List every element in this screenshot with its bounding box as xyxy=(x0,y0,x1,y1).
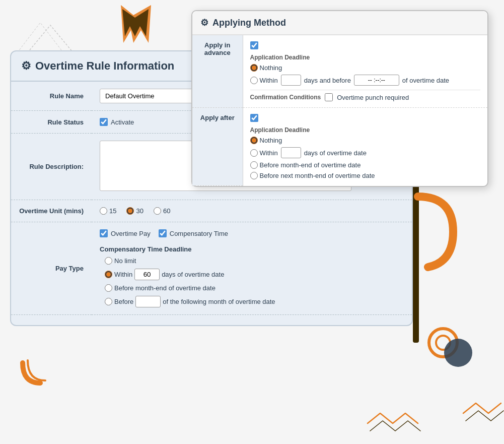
within-days-label[interactable]: Within days of overtime date xyxy=(105,269,404,280)
apply-after-label: Apply after xyxy=(192,108,243,186)
advance-within-row: Within days and before of overtime date xyxy=(250,75,481,86)
after-month-end-radio[interactable] xyxy=(250,161,258,169)
apply-advance-value: Application Deadline Nothing Within days… xyxy=(243,35,487,108)
popup-table: Apply inadvance Application Deadline Not… xyxy=(192,35,487,186)
rule-name-label: Rule Name xyxy=(11,82,92,111)
no-limit-text: No limit xyxy=(114,257,136,265)
comp-time-text: Compensatory Time xyxy=(170,230,228,237)
svg-point-7 xyxy=(444,339,472,367)
after-month-end-label[interactable]: Before month-end of overtime date xyxy=(250,161,481,169)
after-within-label[interactable]: Within xyxy=(250,149,278,157)
comp-deadline-section: Compensatory Time Deadline No limit With… xyxy=(100,245,404,307)
advance-within-suffix: of overtime date xyxy=(402,77,449,84)
after-nothing-radio[interactable] xyxy=(250,137,258,144)
within-text: Within xyxy=(114,271,132,278)
before-text: Before xyxy=(114,298,133,305)
advance-nothing-radio[interactable] xyxy=(250,64,258,72)
overtime-pay-checkbox[interactable] xyxy=(100,229,108,237)
overtime-unit-row: Overtime Unit (mins) 15 30 60 xyxy=(11,200,412,222)
advance-within-days[interactable] xyxy=(281,75,301,86)
overtime-pay-text: Overtime Pay xyxy=(111,230,151,237)
after-within-text: Within xyxy=(260,149,278,157)
unit-60-radio[interactable] xyxy=(154,207,161,215)
overtime-punch-label: Overtime punch required xyxy=(337,94,409,101)
svg-marker-2 xyxy=(121,5,151,43)
before-month-end-radio[interactable] xyxy=(105,284,112,292)
advance-deadline-title: Application Deadline xyxy=(250,54,481,61)
pay-type-label: Pay Type xyxy=(11,222,92,315)
comp-time-checkbox[interactable] xyxy=(159,229,167,237)
before-following-input[interactable] xyxy=(135,296,161,307)
rule-description-label: Rule Description: xyxy=(11,134,92,200)
overtime-unit-label: Overtime Unit (mins) xyxy=(11,200,92,222)
overtime-pay-label[interactable]: Overtime Pay xyxy=(100,229,151,237)
advance-nothing-text: Nothing xyxy=(260,64,282,72)
advance-deadline-options: Nothing Within days and before of overti… xyxy=(250,64,481,86)
unit-30-label[interactable]: 30 xyxy=(126,207,143,215)
after-within-suffix: days of overtime date xyxy=(304,149,367,157)
unit-15-text: 15 xyxy=(109,207,116,215)
after-within-row: Within days of overtime date xyxy=(250,147,481,158)
apply-advance-row: Apply inadvance Application Deadline Not… xyxy=(192,35,487,108)
after-within-days[interactable] xyxy=(281,147,301,158)
activate-checkbox[interactable] xyxy=(100,118,108,126)
before-following-label[interactable]: Before of the following month of overtim… xyxy=(105,296,404,307)
apply-after-value: Application Deadline Nothing Within days… xyxy=(243,108,487,186)
apply-advance-checkbox[interactable] xyxy=(250,41,258,49)
no-limit-radio[interactable] xyxy=(105,257,112,265)
apply-advance-label-text: Apply inadvance xyxy=(199,41,236,56)
after-nothing-text: Nothing xyxy=(260,137,282,144)
svg-point-6 xyxy=(436,336,450,350)
advance-within-radio[interactable] xyxy=(250,77,258,84)
apply-advance-label: Apply inadvance xyxy=(192,35,243,108)
within-days-radio[interactable] xyxy=(105,271,112,278)
confirmation-row: Confirmation Conditions Overtime punch r… xyxy=(250,90,481,101)
pay-type-section: Overtime Pay Compensatory Time Compensat… xyxy=(100,229,404,307)
popup-title-text: Applying Method xyxy=(212,18,286,28)
advance-nothing-label[interactable]: Nothing xyxy=(250,64,481,72)
unit-15-radio[interactable] xyxy=(100,207,107,215)
before-month-end-text: Before month-end of overtime date xyxy=(114,284,215,292)
pay-type-value: Overtime Pay Compensatory Time Compensat… xyxy=(92,222,412,315)
after-deadline-title: Application Deadline xyxy=(250,126,481,134)
after-next-month-radio[interactable] xyxy=(250,172,258,179)
panel-gear-icon: ⚙ xyxy=(21,59,31,73)
before-month-end-label[interactable]: Before month-end of overtime date xyxy=(105,284,404,292)
svg-point-5 xyxy=(429,329,457,357)
popup-title: ⚙ Applying Method xyxy=(192,11,487,35)
unit-15-label[interactable]: 15 xyxy=(100,207,116,215)
within-days-input[interactable] xyxy=(134,269,160,280)
activate-label: Activate xyxy=(111,118,134,126)
after-nothing-label[interactable]: Nothing xyxy=(250,137,481,144)
comp-time-label[interactable]: Compensatory Time xyxy=(159,229,228,237)
panel-title-text: Overtime Rule Information xyxy=(35,59,174,73)
within-suffix: days of overtime date xyxy=(162,271,224,278)
svg-marker-3 xyxy=(122,9,149,36)
after-within-radio[interactable] xyxy=(250,149,258,157)
advance-within-mid: days and before xyxy=(304,77,351,84)
after-next-month-label[interactable]: Before next month-end of overtime date xyxy=(250,172,481,179)
overtime-punch-checkbox[interactable] xyxy=(325,93,333,101)
advance-time-input[interactable] xyxy=(354,75,399,86)
rule-status-label: Rule Status xyxy=(11,111,92,134)
after-next-month-text: Before next month-end of overtime date xyxy=(260,172,375,179)
no-limit-label[interactable]: No limit xyxy=(105,257,404,265)
pay-type-checkboxes: Overtime Pay Compensatory Time xyxy=(100,229,404,237)
popup-gear-icon: ⚙ xyxy=(200,17,208,28)
unit-30-radio[interactable] xyxy=(126,207,134,215)
pay-type-row: Pay Type Overtime Pay Compensatory Time xyxy=(11,222,412,315)
popup-panel: ⚙ Applying Method Apply inadvance Applic… xyxy=(191,10,488,187)
before-following-radio[interactable] xyxy=(105,298,112,305)
confirmation-title: Confirmation Conditions xyxy=(250,94,321,101)
after-month-end-text: Before month-end of overtime date xyxy=(260,161,361,169)
apply-after-row: Apply after Application Deadline Nothing xyxy=(192,108,487,186)
unit-30-text: 30 xyxy=(136,207,143,215)
overtime-unit-radio-group: 15 30 60 xyxy=(100,207,404,215)
apply-after-label-text: Apply after xyxy=(199,114,236,121)
advance-within-label[interactable]: Within xyxy=(250,77,278,84)
unit-60-label[interactable]: 60 xyxy=(154,207,170,215)
overtime-unit-value: 15 30 60 xyxy=(92,200,412,222)
after-deadline-options: Nothing Within days of overtime date Bef… xyxy=(250,137,481,179)
apply-after-checkbox[interactable] xyxy=(250,114,258,122)
advance-within-text: Within xyxy=(260,77,278,84)
